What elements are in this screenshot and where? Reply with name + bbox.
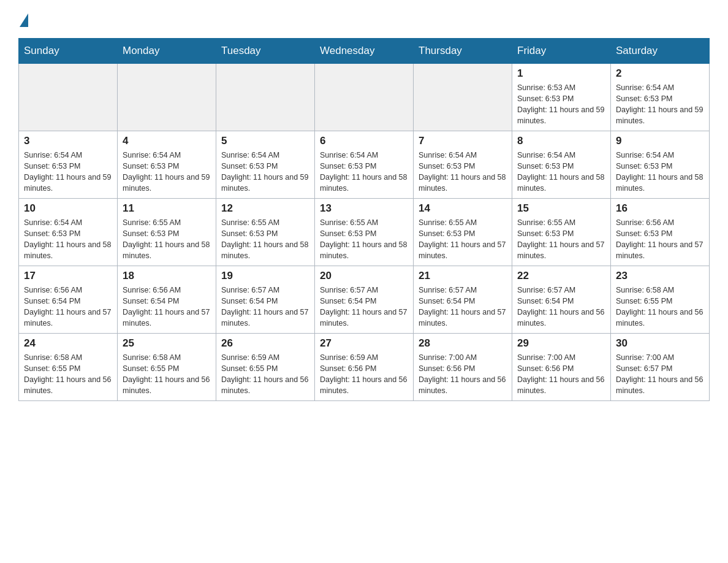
day-number: 23 — [616, 270, 704, 282]
day-info: Sunrise: 7:00 AM Sunset: 6:56 PM Dayligh… — [517, 352, 605, 397]
day-info: Sunrise: 6:58 AM Sunset: 6:55 PM Dayligh… — [123, 352, 211, 397]
day-number: 4 — [123, 135, 211, 147]
day-info: Sunrise: 6:59 AM Sunset: 6:55 PM Dayligh… — [221, 352, 309, 397]
day-number: 5 — [221, 135, 309, 147]
calendar-cell — [19, 64, 118, 131]
day-number: 14 — [419, 202, 507, 215]
day-number: 26 — [221, 337, 309, 350]
header-wednesday: Wednesday — [315, 39, 414, 64]
calendar-cell: 13Sunrise: 6:55 AM Sunset: 6:53 PM Dayli… — [315, 199, 414, 266]
day-info: Sunrise: 6:54 AM Sunset: 6:53 PM Dayligh… — [419, 150, 507, 194]
calendar-cell: 28Sunrise: 7:00 AM Sunset: 6:56 PM Dayli… — [414, 334, 512, 401]
calendar-cell — [216, 64, 315, 131]
header-tuesday: Tuesday — [216, 39, 315, 64]
day-number: 28 — [419, 337, 507, 350]
calendar-week-row: 17Sunrise: 6:56 AM Sunset: 6:54 PM Dayli… — [19, 266, 710, 334]
day-info: Sunrise: 6:54 AM Sunset: 6:53 PM Dayligh… — [24, 150, 112, 194]
calendar-cell: 25Sunrise: 6:58 AM Sunset: 6:55 PM Dayli… — [118, 334, 216, 401]
logo — [18, 12, 28, 27]
calendar-week-row: 10Sunrise: 6:54 AM Sunset: 6:53 PM Dayli… — [19, 199, 710, 266]
header-thursday: Thursday — [414, 39, 512, 64]
day-number: 6 — [320, 135, 408, 147]
day-number: 10 — [24, 202, 112, 215]
day-info: Sunrise: 6:58 AM Sunset: 6:55 PM Dayligh… — [616, 285, 704, 329]
calendar-table: SundayMondayTuesdayWednesdayThursdayFrid… — [18, 38, 710, 401]
day-number: 25 — [123, 337, 211, 350]
day-number: 11 — [123, 202, 211, 215]
day-number: 19 — [221, 270, 309, 282]
day-info: Sunrise: 6:53 AM Sunset: 6:53 PM Dayligh… — [517, 82, 605, 127]
day-info: Sunrise: 6:57 AM Sunset: 6:54 PM Dayligh… — [320, 285, 408, 329]
day-info: Sunrise: 7:00 AM Sunset: 6:56 PM Dayligh… — [419, 352, 507, 397]
day-number: 18 — [123, 270, 211, 282]
day-number: 8 — [517, 135, 605, 147]
day-number: 30 — [616, 337, 704, 350]
calendar-week-row: 24Sunrise: 6:58 AM Sunset: 6:55 PM Dayli… — [19, 334, 710, 401]
calendar-cell — [315, 64, 414, 131]
day-info: Sunrise: 6:59 AM Sunset: 6:56 PM Dayligh… — [320, 352, 408, 397]
calendar-week-row: 1Sunrise: 6:53 AM Sunset: 6:53 PM Daylig… — [19, 64, 710, 131]
calendar-cell: 7Sunrise: 6:54 AM Sunset: 6:53 PM Daylig… — [414, 131, 512, 199]
day-number: 29 — [517, 337, 605, 350]
calendar-cell: 23Sunrise: 6:58 AM Sunset: 6:55 PM Dayli… — [611, 266, 710, 334]
day-number: 15 — [517, 202, 605, 215]
calendar-cell: 15Sunrise: 6:55 AM Sunset: 6:53 PM Dayli… — [512, 199, 611, 266]
calendar-cell: 22Sunrise: 6:57 AM Sunset: 6:54 PM Dayli… — [512, 266, 611, 334]
day-number: 9 — [616, 135, 704, 147]
calendar-cell: 18Sunrise: 6:56 AM Sunset: 6:54 PM Dayli… — [118, 266, 216, 334]
header-monday: Monday — [118, 39, 216, 64]
header-friday: Friday — [512, 39, 611, 64]
day-info: Sunrise: 6:55 AM Sunset: 6:53 PM Dayligh… — [221, 217, 309, 262]
day-info: Sunrise: 6:56 AM Sunset: 6:54 PM Dayligh… — [24, 285, 112, 329]
calendar-cell: 17Sunrise: 6:56 AM Sunset: 6:54 PM Dayli… — [19, 266, 118, 334]
day-number: 13 — [320, 202, 408, 215]
day-number: 7 — [419, 135, 507, 147]
calendar-cell — [414, 64, 512, 131]
calendar-cell: 3Sunrise: 6:54 AM Sunset: 6:53 PM Daylig… — [19, 131, 118, 199]
calendar-cell: 8Sunrise: 6:54 AM Sunset: 6:53 PM Daylig… — [512, 131, 611, 199]
calendar-cell: 16Sunrise: 6:56 AM Sunset: 6:53 PM Dayli… — [611, 199, 710, 266]
day-number: 24 — [24, 337, 112, 350]
day-info: Sunrise: 6:54 AM Sunset: 6:53 PM Dayligh… — [616, 82, 704, 127]
day-info: Sunrise: 6:57 AM Sunset: 6:54 PM Dayligh… — [517, 285, 605, 329]
day-number: 20 — [320, 270, 408, 282]
day-number: 22 — [517, 270, 605, 282]
header-saturday: Saturday — [611, 39, 710, 64]
calendar-week-row: 3Sunrise: 6:54 AM Sunset: 6:53 PM Daylig… — [19, 131, 710, 199]
day-info: Sunrise: 6:55 AM Sunset: 6:53 PM Dayligh… — [419, 217, 507, 262]
day-info: Sunrise: 6:54 AM Sunset: 6:53 PM Dayligh… — [517, 150, 605, 194]
calendar-cell: 14Sunrise: 6:55 AM Sunset: 6:53 PM Dayli… — [414, 199, 512, 266]
page-header — [18, 12, 710, 27]
day-info: Sunrise: 6:54 AM Sunset: 6:53 PM Dayligh… — [616, 150, 704, 194]
calendar-cell: 20Sunrise: 6:57 AM Sunset: 6:54 PM Dayli… — [315, 266, 414, 334]
day-info: Sunrise: 6:57 AM Sunset: 6:54 PM Dayligh… — [221, 285, 309, 329]
calendar-cell: 30Sunrise: 7:00 AM Sunset: 6:57 PM Dayli… — [611, 334, 710, 401]
day-info: Sunrise: 6:54 AM Sunset: 6:53 PM Dayligh… — [24, 217, 112, 262]
logo-triangle-icon — [20, 13, 28, 27]
day-number: 12 — [221, 202, 309, 215]
day-number: 27 — [320, 337, 408, 350]
day-info: Sunrise: 6:55 AM Sunset: 6:53 PM Dayligh… — [517, 217, 605, 262]
calendar-cell — [118, 64, 216, 131]
day-number: 2 — [616, 67, 704, 80]
day-info: Sunrise: 6:57 AM Sunset: 6:54 PM Dayligh… — [419, 285, 507, 329]
calendar-cell: 10Sunrise: 6:54 AM Sunset: 6:53 PM Dayli… — [19, 199, 118, 266]
day-number: 3 — [24, 135, 112, 147]
calendar-cell: 27Sunrise: 6:59 AM Sunset: 6:56 PM Dayli… — [315, 334, 414, 401]
day-info: Sunrise: 6:55 AM Sunset: 6:53 PM Dayligh… — [123, 217, 211, 262]
calendar-cell: 29Sunrise: 7:00 AM Sunset: 6:56 PM Dayli… — [512, 334, 611, 401]
calendar-cell: 1Sunrise: 6:53 AM Sunset: 6:53 PM Daylig… — [512, 64, 611, 131]
day-info: Sunrise: 6:58 AM Sunset: 6:55 PM Dayligh… — [24, 352, 112, 397]
day-number: 21 — [419, 270, 507, 282]
header-sunday: Sunday — [19, 39, 118, 64]
calendar-header-row: SundayMondayTuesdayWednesdayThursdayFrid… — [19, 39, 710, 64]
calendar-cell: 9Sunrise: 6:54 AM Sunset: 6:53 PM Daylig… — [611, 131, 710, 199]
calendar-cell: 24Sunrise: 6:58 AM Sunset: 6:55 PM Dayli… — [19, 334, 118, 401]
calendar-cell: 4Sunrise: 6:54 AM Sunset: 6:53 PM Daylig… — [118, 131, 216, 199]
calendar-cell: 12Sunrise: 6:55 AM Sunset: 6:53 PM Dayli… — [216, 199, 315, 266]
day-info: Sunrise: 6:56 AM Sunset: 6:54 PM Dayligh… — [123, 285, 211, 329]
calendar-cell: 11Sunrise: 6:55 AM Sunset: 6:53 PM Dayli… — [118, 199, 216, 266]
calendar-cell: 21Sunrise: 6:57 AM Sunset: 6:54 PM Dayli… — [414, 266, 512, 334]
day-info: Sunrise: 6:54 AM Sunset: 6:53 PM Dayligh… — [123, 150, 211, 194]
day-info: Sunrise: 6:55 AM Sunset: 6:53 PM Dayligh… — [320, 217, 408, 262]
